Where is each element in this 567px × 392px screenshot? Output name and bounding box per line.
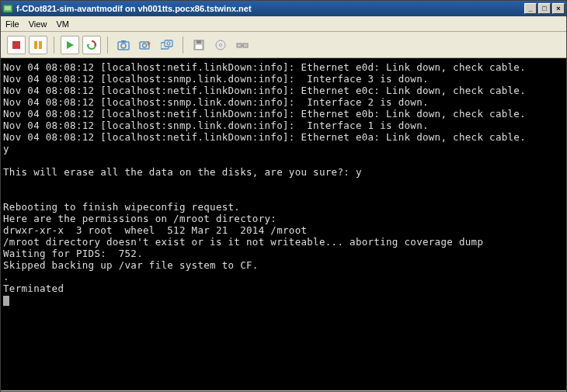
menu-file[interactable]: File xyxy=(5,19,19,29)
console-text: Nov 04 08:08:12 [localhost:netif.linkDow… xyxy=(3,61,526,294)
stop-button[interactable] xyxy=(7,36,26,54)
toolbar-separator xyxy=(107,36,108,54)
app-icon xyxy=(2,3,13,14)
toolbar-separator xyxy=(54,36,54,54)
console-output[interactable]: Nov 04 08:08:12 [localhost:netif.linkDow… xyxy=(1,58,566,390)
svg-rect-23 xyxy=(243,43,248,47)
svg-rect-19 xyxy=(196,45,202,49)
manage-snapshots-button[interactable] xyxy=(158,36,176,54)
pause-button[interactable] xyxy=(29,36,47,54)
svg-rect-18 xyxy=(197,40,201,43)
window-buttons: _ □ × xyxy=(524,3,565,14)
svg-point-12 xyxy=(143,43,147,47)
svg-rect-10 xyxy=(121,40,126,43)
menubar: File View VM xyxy=(1,16,566,32)
cd-button[interactable] xyxy=(211,36,230,54)
svg-rect-3 xyxy=(34,41,37,49)
toolbar-separator xyxy=(183,36,183,54)
svg-rect-2 xyxy=(12,41,20,49)
titlebar[interactable]: f-CDot821-sim-avantmodif on vh001tts.poc… xyxy=(1,1,566,16)
play-button[interactable] xyxy=(61,36,79,54)
floppy-button[interactable] xyxy=(190,36,208,54)
svg-marker-5 xyxy=(67,41,74,49)
refresh-button[interactable] xyxy=(82,36,101,54)
svg-point-9 xyxy=(121,43,126,48)
svg-rect-1 xyxy=(5,6,11,10)
close-button[interactable]: × xyxy=(552,3,565,14)
svg-point-21 xyxy=(220,43,222,46)
toolbar xyxy=(1,32,566,58)
network-button[interactable] xyxy=(233,36,252,54)
menu-vm[interactable]: VM xyxy=(56,19,69,29)
svg-rect-4 xyxy=(39,41,42,49)
svg-rect-22 xyxy=(237,43,242,47)
minimize-button[interactable]: _ xyxy=(524,3,537,14)
cursor xyxy=(3,296,9,306)
snapshot-button[interactable] xyxy=(114,36,133,54)
menu-view[interactable]: View xyxy=(29,19,47,29)
window-title: f-CDot821-sim-avantmodif on vh001tts.poc… xyxy=(16,4,524,13)
revert-snapshot-button[interactable] xyxy=(136,36,155,54)
maximize-button[interactable]: □ xyxy=(538,3,551,14)
svg-rect-15 xyxy=(165,40,172,47)
